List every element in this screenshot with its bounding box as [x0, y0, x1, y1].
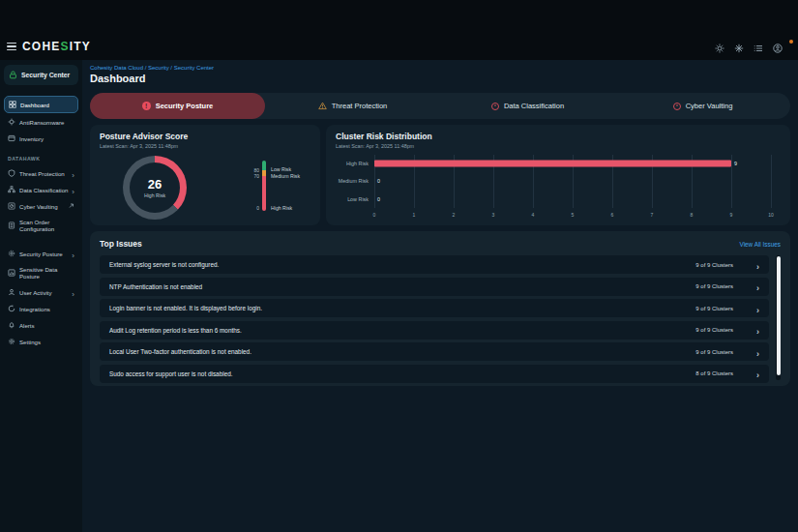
- scan-order-icon: [8, 222, 15, 229]
- tab-security-posture[interactable]: Security Posture: [90, 93, 265, 119]
- chevron-right-icon: [756, 300, 759, 317]
- user-activity-icon: [8, 288, 15, 296]
- posture-gauge: 26 High Risk: [123, 156, 187, 220]
- tab-threat-protection[interactable]: Threat Protection: [265, 93, 440, 119]
- brightness-icon[interactable]: [715, 44, 724, 53]
- sidebar: Security Center Dashboard AntiRansomware…: [0, 60, 82, 532]
- low-risk-segment: [262, 161, 266, 170]
- sidebar-item-settings[interactable]: Settings: [4, 334, 78, 349]
- x-tick-label: 3: [492, 212, 495, 218]
- legend-tick: 70: [247, 173, 259, 179]
- topbar-icons: [715, 44, 788, 53]
- apps-icon[interactable]: [734, 44, 744, 53]
- sidebar-item-alerts[interactable]: Alerts: [4, 317, 78, 333]
- inventory-icon: [8, 134, 15, 142]
- scrollbar-thumb[interactable]: [777, 256, 781, 375]
- clusters-count: 9 of 9 Clusters: [695, 306, 733, 311]
- posture-score-label: High Risk: [144, 192, 165, 198]
- alerts-icon: [8, 321, 15, 329]
- risk-scale-legend: 80 70 0 Low Risk Medium Risk High Risk: [247, 161, 310, 211]
- high-risk-segment: [262, 176, 266, 211]
- sidebar-item-integrations[interactable]: Integrations: [4, 301, 78, 316]
- clusters-count: 9 of 9 Clusters: [695, 283, 733, 289]
- bar-track: 0: [374, 191, 771, 208]
- sidebar-item-inventory[interactable]: Inventory: [4, 131, 78, 146]
- sidebar-item-sensitive-data-posture[interactable]: Sensitive Data Posture: [4, 262, 78, 283]
- x-tick-label: 0: [373, 212, 376, 218]
- issue-row[interactable]: External syslog server is not configured…: [100, 255, 769, 274]
- sidebar-item-antiransomware[interactable]: AntiRansomware: [4, 114, 78, 130]
- sidebar-item-threat-protection[interactable]: Threat Protection: [4, 165, 78, 181]
- bar-value-label: 9: [734, 161, 737, 166]
- posture-score-value: 26: [148, 177, 162, 192]
- chevron-right-icon: [756, 343, 759, 361]
- chevron-right-icon: [756, 365, 759, 382]
- sidebar-item-cyber-vaulting[interactable]: Cyber Vaulting: [4, 198, 78, 214]
- alert-ring-icon: [673, 103, 681, 110]
- chevron-right-icon: [72, 245, 74, 262]
- sidebar-item-scan-order-configuration[interactable]: Scan Order Configuration: [4, 215, 78, 236]
- clusters-count: 9 of 9 Clusters: [695, 262, 733, 268]
- product-label: Security Center: [21, 72, 70, 78]
- sidebar-item-data-classification[interactable]: Data Classification: [4, 182, 78, 197]
- issue-row[interactable]: Login banner is not enabled. It is displ…: [100, 299, 769, 317]
- legend-tick: 0: [247, 205, 259, 211]
- risk-bar: [374, 161, 731, 167]
- issue-row[interactable]: NTP Authentication is not enabled 9 of 9…: [100, 278, 769, 296]
- bar-value-label: 0: [377, 178, 380, 184]
- cohesity-logo: COHESITY: [22, 40, 91, 53]
- posture-advisor-score-card: Posture Advisor Score Latest Scan: Apr 3…: [90, 125, 320, 225]
- sidebar-item-dashboard[interactable]: Dashboard: [4, 96, 78, 113]
- legend-label: High Risk: [271, 205, 292, 211]
- tab-data-classification[interactable]: Data Classification: [440, 93, 615, 119]
- cluster-risk-distribution-card: Cluster Risk Distribution Latest Scan: A…: [326, 125, 790, 225]
- breadcrumb[interactable]: Cohesity Data Cloud / Security / Securit…: [90, 65, 790, 71]
- cluster-chart-row: Low Risk0: [336, 191, 781, 208]
- cluster-chart-row: High Risk9: [336, 155, 781, 172]
- notification-dot: [789, 40, 793, 44]
- security-center-selector[interactable]: Security Center: [4, 65, 78, 85]
- issue-row[interactable]: Local User Two-factor authentication is …: [100, 342, 769, 361]
- top-issues-title: Top Issues: [100, 239, 142, 249]
- chevron-right-icon: [756, 321, 759, 339]
- settings-icon: [8, 338, 15, 345]
- integrations-icon: [8, 305, 15, 312]
- bar-value-label: 0: [377, 196, 380, 202]
- datahawk-section-label: DATAHAWK: [8, 156, 78, 162]
- chevron-right-icon: [756, 278, 759, 295]
- card-title: Cluster Risk Distribution: [336, 132, 781, 141]
- x-tick-label: 10: [768, 212, 774, 218]
- menu-icon[interactable]: [7, 43, 16, 51]
- data-classification-icon: [8, 186, 15, 193]
- category-label: Medium Risk: [336, 178, 374, 184]
- clusters-count: 8 of 9 Clusters: [695, 370, 733, 376]
- cluster-chart-row: Medium Risk0: [336, 172, 781, 190]
- x-tick-label: 4: [532, 212, 535, 218]
- sidebar-item-security-posture[interactable]: Security Posture: [4, 246, 78, 261]
- dashboard-icon: [9, 101, 16, 108]
- topbar: COHESITY: [0, 0, 798, 60]
- tab-cyber-vaulting[interactable]: Cyber Vaulting: [615, 93, 790, 119]
- x-tick-label: 7: [651, 212, 654, 218]
- alert-circle-icon: [142, 102, 151, 110]
- view-all-issues-link[interactable]: View All Issues: [739, 241, 781, 248]
- chevron-right-icon: [72, 164, 74, 182]
- x-tick-label: 5: [572, 212, 575, 218]
- category-label: Low Risk: [336, 196, 374, 202]
- top-issues-list: External syslog server is not configured…: [100, 255, 781, 383]
- issues-scrollbar[interactable]: [776, 255, 781, 380]
- lock-icon: [9, 71, 17, 79]
- account-icon[interactable]: [773, 44, 783, 53]
- risk-scale-bar: [262, 161, 266, 211]
- sidebar-item-user-activity[interactable]: User Activity: [4, 284, 78, 300]
- issue-row[interactable]: Audit Log retention period is less than …: [100, 321, 769, 340]
- issue-row[interactable]: Sudo access for support user is not disa…: [100, 365, 769, 383]
- alert-ring-icon: [491, 103, 499, 110]
- status-tabbar: Security Posture Threat Protection Data …: [90, 93, 790, 119]
- list-view-icon[interactable]: [754, 44, 763, 53]
- cluster-chart: High Risk9Medium Risk0Low Risk0 01234567…: [336, 155, 781, 219]
- category-label: High Risk: [336, 161, 374, 166]
- bar-track: 9: [374, 155, 771, 172]
- page-title: Dashboard: [90, 73, 790, 84]
- x-tick-label: 8: [691, 212, 694, 218]
